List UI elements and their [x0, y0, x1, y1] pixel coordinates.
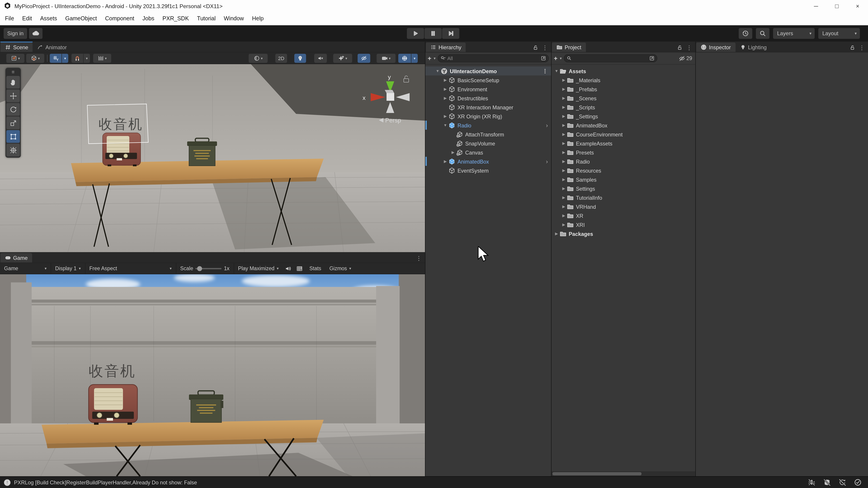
menu-edit[interactable]: Edit — [18, 12, 36, 25]
play-maximized-dropdown[interactable]: Play Maximized▾ — [234, 263, 283, 274]
expand-arrow-icon[interactable]: ▶ — [561, 78, 567, 82]
tab-scene[interactable]: Scene — [0, 42, 33, 52]
expand-arrow-icon[interactable]: ▶ — [561, 168, 567, 173]
project-item[interactable]: ▶_Settings — [552, 111, 695, 121]
expand-arrow-icon[interactable]: ▶ — [442, 87, 448, 91]
project-item[interactable]: ▶_Prefabs — [552, 85, 695, 94]
search-button[interactable] — [756, 28, 770, 39]
vsync-grid-toggle[interactable] — [294, 263, 305, 274]
expand-arrow-icon[interactable]: ▼ — [442, 123, 448, 127]
grid-snap-options[interactable]: ▾ — [62, 54, 68, 63]
project-item[interactable]: ▶TutorialInfo — [552, 193, 695, 202]
hierarchy-menu-kebab[interactable]: ⋮ — [542, 45, 548, 51]
expand-arrow-icon[interactable]: ▶ — [561, 87, 567, 91]
project-item[interactable]: ▶Settings — [552, 184, 695, 193]
rect-tool-button[interactable] — [6, 130, 20, 143]
background-tasks-done-icon[interactable] — [854, 479, 862, 486]
shading-mode-button[interactable]: ▾ — [249, 54, 268, 63]
expand-arrow-icon[interactable]: ▶ — [561, 96, 567, 100]
tab-lighting[interactable]: Lighting — [735, 42, 771, 52]
hierarchy-item[interactable]: ▶BasicSceneSetup — [426, 75, 551, 85]
ammo-box-object[interactable] — [187, 138, 217, 166]
hierarchy-item[interactable]: EventSystem — [426, 166, 551, 175]
open-prefab-arrow-icon[interactable]: › — [546, 122, 548, 129]
tool-settings-button[interactable]: ▾ — [6, 54, 24, 63]
expand-arrow-icon[interactable]: ▼ — [434, 69, 441, 73]
open-search-window-icon[interactable] — [541, 56, 546, 61]
expand-arrow-icon[interactable]: ▶ — [450, 150, 456, 155]
increment-snap-button[interactable]: ▾ — [93, 54, 111, 63]
project-item[interactable]: ▶CourseEnvironment — [552, 130, 695, 139]
game-viewport[interactable]: 收音机 — [0, 274, 425, 476]
project-item[interactable]: ▶AnimatedBox — [552, 121, 695, 130]
hierarchy-item[interactable]: ▶Canvas — [426, 148, 551, 157]
console-alert-icon[interactable] — [4, 479, 11, 486]
hidden-objects-toggle[interactable] — [358, 54, 370, 63]
pivot-orientation-button[interactable]: ▾ — [26, 54, 44, 63]
create-asset-button[interactable]: + — [554, 55, 557, 61]
step-button[interactable] — [442, 28, 459, 39]
close-button[interactable]: × — [847, 0, 868, 12]
gizmos-dropdown[interactable]: Gizmos▾ — [325, 263, 355, 274]
expand-arrow-icon[interactable]: ▶ — [561, 177, 567, 182]
transform-tool-button[interactable] — [6, 144, 20, 156]
expand-arrow-icon[interactable]: ▶ — [561, 195, 567, 200]
project-menu-kebab[interactable]: ⋮ — [686, 45, 692, 51]
project-search-input[interactable] — [574, 56, 648, 61]
cache-server-disabled-icon[interactable] — [823, 479, 831, 486]
tab-animator[interactable]: Animator — [33, 42, 71, 52]
expand-arrow-icon[interactable]: ▶ — [561, 159, 567, 164]
scrollbar-thumb[interactable] — [553, 472, 642, 475]
hierarchy-item[interactable]: ▶Environment — [426, 85, 551, 94]
project-item[interactable]: ▶_Scripts — [552, 103, 695, 111]
filter-by-label-icon[interactable] — [669, 55, 675, 62]
project-item[interactable]: ▼Assets — [552, 66, 695, 75]
project-item[interactable]: ▶_Scenes — [552, 94, 695, 103]
create-object-button[interactable]: + — [428, 55, 431, 61]
project-search[interactable] — [564, 54, 657, 62]
lock-icon[interactable] — [677, 45, 683, 51]
menu-tutorial[interactable]: Tutorial — [193, 12, 220, 25]
project-item[interactable]: ▶Packages — [552, 229, 695, 238]
palette-drag-handle[interactable]: ≡ — [6, 69, 20, 75]
project-item[interactable]: ▶Radio — [552, 157, 695, 166]
rotate-tool-button[interactable] — [6, 103, 20, 116]
status-message[interactable]: PXRLog [Build Check]RegisterBuildPlayerH… — [14, 480, 197, 485]
cloud-button[interactable] — [29, 28, 42, 39]
project-item[interactable]: ▶Presets — [552, 148, 695, 157]
tab-hierarchy[interactable]: Hierarchy — [426, 42, 466, 52]
tab-project[interactable]: Project — [552, 42, 586, 52]
lock-icon[interactable] — [532, 45, 538, 51]
menu-component[interactable]: Component — [101, 12, 138, 25]
layers-dropdown[interactable]: Layers▾ — [773, 28, 815, 39]
expand-arrow-icon[interactable]: ▶ — [561, 105, 567, 109]
pause-button[interactable] — [425, 28, 442, 39]
scene-audio-toggle[interactable] — [314, 54, 327, 63]
lock-icon[interactable] — [849, 45, 855, 51]
auto-refresh-off-icon[interactable] — [839, 479, 846, 486]
expand-arrow-icon[interactable]: ▶ — [561, 222, 567, 227]
aspect-ratio-dropdown[interactable]: Free Aspect▾ — [85, 263, 176, 274]
sign-in-button[interactable]: Sign in — [4, 28, 27, 39]
expand-arrow-icon[interactable]: ▶ — [561, 150, 567, 155]
minimize-button[interactable]: ─ — [806, 0, 827, 12]
hidden-packages-count[interactable]: 29 — [678, 55, 693, 62]
projection-label[interactable]: Persp — [385, 117, 401, 124]
scale-slider[interactable] — [195, 268, 222, 269]
menu-jobs[interactable]: Jobs — [138, 12, 158, 25]
expand-arrow-icon[interactable]: ▶ — [561, 213, 567, 218]
expand-arrow-icon[interactable]: ▶ — [561, 114, 567, 119]
game-menu-kebab[interactable]: ⋮ — [416, 255, 422, 261]
display-target-dropdown[interactable]: Display 1▾ — [51, 263, 85, 274]
scale-tool-button[interactable] — [6, 117, 20, 129]
menu-help[interactable]: Help — [248, 12, 268, 25]
status-bar[interactable]: PXRLog [Build Check]RegisterBuildPlayerH… — [0, 476, 868, 488]
hierarchy-item[interactable]: ▼UIInteractionDemo⋮ — [426, 66, 551, 75]
filter-by-type-icon[interactable] — [659, 55, 666, 62]
create-asset-caret[interactable]: ▾ — [560, 56, 562, 61]
create-caret[interactable]: ▾ — [434, 56, 436, 61]
hand-tool-button[interactable] — [6, 76, 20, 89]
tab-game[interactable]: Game — [0, 253, 32, 263]
gizmos-options[interactable]: ▾ — [411, 54, 418, 63]
project-horizontal-scrollbar[interactable] — [552, 471, 695, 476]
